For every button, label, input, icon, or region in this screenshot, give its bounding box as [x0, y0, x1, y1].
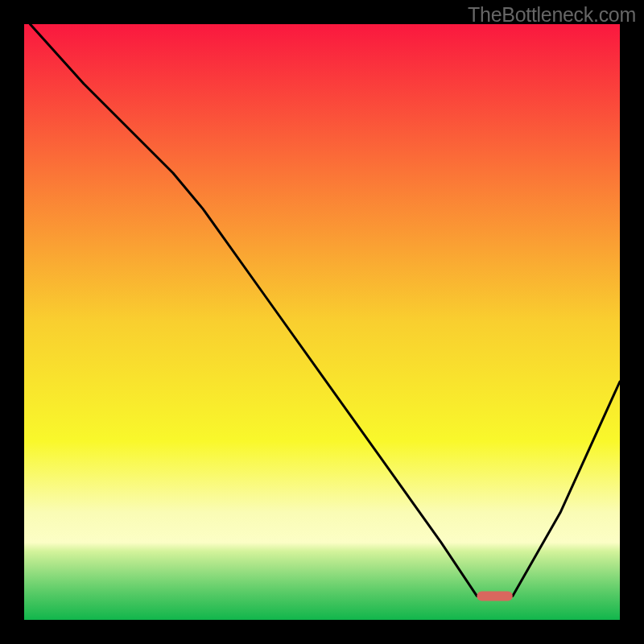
- bottleneck-chart: TheBottleneck.com: [0, 0, 644, 644]
- watermark-text: TheBottleneck.com: [468, 3, 636, 27]
- plot-area: [24, 24, 620, 620]
- plot-svg: [24, 24, 620, 620]
- optimal-zone-marker: [477, 591, 512, 601]
